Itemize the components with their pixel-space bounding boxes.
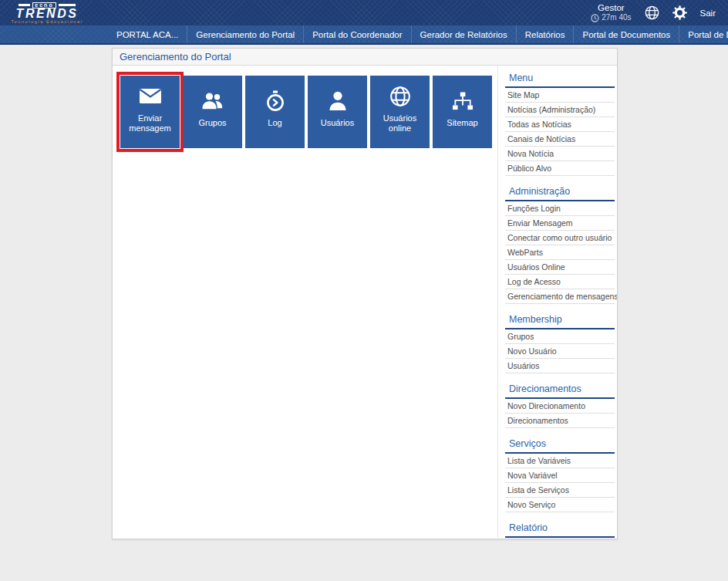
tecnotrends-logo[interactable]: ecno TRENDS Tecnologia Educacional	[10, 2, 84, 24]
session-time-text: 27m 40s	[602, 13, 631, 22]
sidebar-item-usuarios-online[interactable]: Usuários Online	[505, 260, 615, 275]
sidebar-item-todas-as-noticias[interactable]: Todas as Notícias	[505, 117, 615, 132]
nav-tab-gerenciamento-do-portal[interactable]: Gerenciamento do Portal	[187, 25, 303, 43]
nav-tab-portal-aca[interactable]: PORTAL ACA...	[108, 25, 187, 43]
sidebar-item-nova-variavel[interactable]: Nova Variável	[505, 468, 615, 483]
user-block: Gestor 27m 40s	[591, 3, 631, 22]
nav-tab-gerador-de-relatorios[interactable]: Gerador de Relatórios	[411, 25, 516, 43]
sidebar-item-log-de-acesso[interactable]: Log de Acesso	[505, 275, 615, 289]
logo-bar-right	[59, 4, 76, 6]
sidebar-section-membership: MembershipGruposNovo UsuárioUsuários	[505, 313, 615, 373]
sidebar-item-enviar-mensagem[interactable]: Enviar Mensagem	[505, 216, 615, 231]
sidebar-item-usuarios[interactable]: Usuários	[505, 359, 615, 373]
user-icon	[329, 90, 347, 113]
sidebar-item-gerenciamento-de-mensagens[interactable]: Gerenciamento de mensagens	[505, 289, 615, 304]
sidebar-section-title: Serviços	[505, 437, 615, 454]
logo-tagline: Tecnologia Educacional	[10, 19, 84, 24]
topbar-right-group: Gestor 27m 40s Sair	[591, 3, 716, 22]
sidebar-item-lista-de-variaveis[interactable]: Lista de Variáveis	[505, 454, 615, 468]
page-title: Gerenciamento do Portal	[113, 49, 617, 66]
top-header-bar: ecno TRENDS Tecnologia Educacional Gesto…	[0, 0, 728, 25]
tile-usuarios-online[interactable]: Usuários online	[370, 76, 430, 148]
sidebar-item-nova-noticia[interactable]: Nova Notícia	[505, 147, 615, 161]
sidebar-item-lista-de-servicos[interactable]: Lista de Serviços	[505, 483, 615, 498]
nav-tab-portal-de-documen[interactable]: Portal de Documen	[679, 25, 728, 43]
logo-bar-left	[19, 4, 30, 6]
tile-log[interactable]: Log	[245, 76, 305, 148]
navbar: PORTAL ACA...Gerenciamento do PortalPort…	[0, 25, 728, 45]
sidebar-section-title: Membership	[505, 313, 615, 329]
logo-main-text: TRENDS	[10, 8, 84, 19]
tile-usuarios[interactable]: Usuários	[308, 76, 367, 148]
tile-label: Usuários online	[370, 113, 430, 133]
nav-tab-portal-do-coordenador[interactable]: Portal do Coordenador	[303, 25, 410, 43]
tile-label: Log	[265, 118, 284, 128]
sidebar-item-canais-de-noticias[interactable]: Canais de Notícias	[505, 132, 615, 147]
sidebar-item-publico-alvo[interactable]: Público Alvo	[505, 161, 615, 176]
gear-icon[interactable]	[672, 5, 687, 20]
sidebar-section-menu: MenuSite MapNotícias (Administração)Toda…	[505, 72, 615, 176]
tile-grupos[interactable]: Grupos	[183, 76, 242, 148]
sidebar-item-webparts[interactable]: WebParts	[505, 245, 615, 260]
sidebar-item-novo-servico[interactable]: Novo Serviço	[505, 498, 615, 512]
tile-label: Enviar mensagem	[120, 113, 180, 133]
portal-management-card: Gerenciamento do Portal Enviar mensagemG…	[112, 48, 618, 539]
tile-sitemap[interactable]: Sitemap	[433, 76, 492, 148]
sidebar-item-novo-direcionamento[interactable]: Novo Direcionamento	[505, 399, 615, 414]
sidebar-item-grupos[interactable]: Grupos	[505, 329, 615, 344]
sidebar-section-direcionamentos: DirecionamentosNovo DirecionamentoDireci…	[505, 383, 615, 428]
user-name[interactable]: Gestor	[598, 3, 625, 12]
sidebar-section-title: Direcionamentos	[505, 383, 615, 399]
sidebar: MenuSite MapNotícias (Administração)Toda…	[497, 66, 617, 538]
tile-label: Usuários	[318, 118, 356, 128]
clock-icon	[591, 14, 599, 22]
sidebar-section-title: Relatório	[505, 522, 615, 538]
sidebar-item-site-map[interactable]: Site Map	[505, 88, 615, 103]
tile-label: Grupos	[196, 118, 228, 128]
sidebar-item-funcoes-login[interactable]: Funções Login	[505, 201, 615, 216]
sitemap-icon	[452, 90, 474, 113]
nav-tab-portal-de-documentos[interactable]: Portal de Documentos	[573, 25, 679, 43]
session-timer: 27m 40s	[591, 13, 631, 22]
sidebar-section-administracao: AdministraçãoFunções LoginEnviar Mensage…	[505, 185, 615, 304]
tile-enviar-mensagem[interactable]: Enviar mensagem	[120, 76, 180, 148]
sidebar-item-novo-usuario[interactable]: Novo Usuário	[505, 344, 615, 359]
sidebar-section-title: Menu	[505, 72, 615, 88]
tile-label: Sitemap	[444, 118, 480, 128]
tiles-area: Enviar mensagemGruposLogUsuáriosUsuários…	[113, 66, 497, 538]
stopwatch-icon	[265, 90, 285, 113]
logout-button[interactable]: Sair	[700, 8, 716, 18]
globe-icon[interactable]	[645, 5, 659, 20]
nav-tab-relatorios[interactable]: Relatórios	[516, 25, 574, 43]
sidebar-item-direcionamentos[interactable]: Direcionamentos	[505, 414, 615, 428]
navbar-tabs: PORTAL ACA...Gerenciamento do PortalPort…	[108, 25, 728, 43]
group-icon	[201, 90, 224, 113]
envelope-icon	[139, 85, 162, 108]
globe-network-icon	[389, 85, 411, 108]
sidebar-section-title: Administração	[505, 185, 615, 201]
sidebar-section-relatorio: RelatórioRelatório de Mensagens	[505, 522, 615, 538]
sidebar-item-conectar-como-outro-usuario[interactable]: Conectar como outro usuário	[505, 231, 615, 245]
sidebar-item-noticias-administracao[interactable]: Notícias (Administração)	[505, 103, 615, 117]
sidebar-section-servicos: ServiçosLista de VariáveisNova VariávelL…	[505, 437, 615, 512]
screen: ecno TRENDS Tecnologia Educacional Gesto…	[0, 0, 728, 581]
